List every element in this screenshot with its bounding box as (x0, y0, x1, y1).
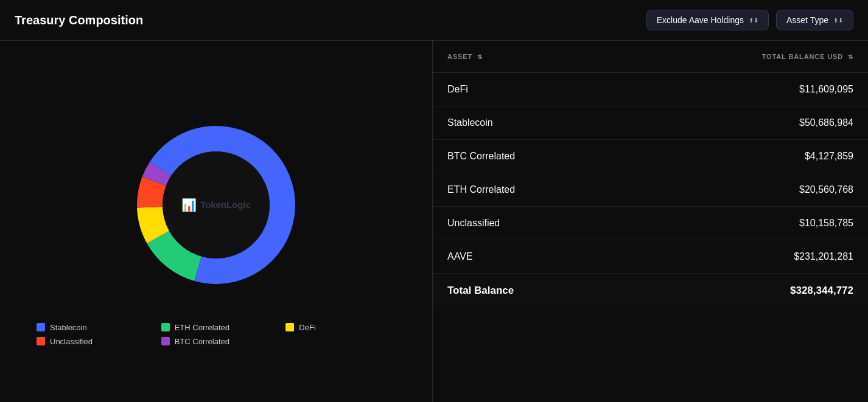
legend-color-btc (161, 337, 170, 345)
page-header: Treasury Composition Exclude Aave Holdin… (0, 0, 868, 41)
chevron-icon-2: ⬆⬇ (833, 17, 843, 24)
cell-balance: $231,201,281 (626, 240, 868, 274)
col-asset-label: ASSET (447, 53, 472, 60)
chart-legend: Stablecoin ETH Correlated DeFi Unclassif… (12, 323, 420, 346)
table-row: Stablecoin $50,686,984 (433, 106, 868, 140)
legend-item-btc: BTC Correlated (161, 337, 271, 346)
header-controls: Exclude Aave Holdings ⬆⬇ Asset Type ⬆⬇ (646, 10, 853, 30)
sort-icon-asset: ⇅ (477, 54, 483, 60)
cell-balance: $50,686,984 (626, 106, 868, 140)
legend-color-stablecoin (37, 323, 45, 331)
legend-item-defi: DeFi (285, 323, 396, 332)
sort-icon-balance: ⇅ (848, 54, 853, 60)
legend-color-defi (285, 323, 294, 331)
table-row: Total Balance $328,344,772 (433, 274, 868, 308)
legend-item-unclassified: Unclassified (37, 337, 147, 346)
table-header-row: ASSET ⇅ TOTAL BALANCE USD ⇅ (433, 41, 868, 73)
col-balance-label: TOTAL BALANCE USD (762, 53, 844, 60)
asset-table: ASSET ⇅ TOTAL BALANCE USD ⇅ DeFi $11,609… (433, 41, 868, 308)
cell-balance: $11,609,095 (626, 73, 868, 106)
table-row: AAVE $231,201,281 (433, 240, 868, 274)
cell-asset: ETH Correlated (433, 173, 626, 207)
svg-point-0 (163, 151, 270, 258)
table-row: DeFi $11,609,095 (433, 73, 868, 106)
main-content: 📊 TokenLogic Stablecoin ETH Correlated D… (0, 41, 868, 402)
table-body: DeFi $11,609,095 Stablecoin $50,686,984 … (433, 73, 868, 308)
legend-label-eth: ETH Correlated (175, 323, 229, 332)
legend-color-eth (161, 323, 170, 331)
legend-item-eth: ETH Correlated (161, 323, 271, 332)
legend-label-stablecoin: Stablecoin (50, 323, 87, 332)
cell-balance: $20,560,768 (626, 173, 868, 207)
legend-label-btc: BTC Correlated (175, 337, 229, 346)
table-row: Unclassified $10,158,785 (433, 207, 868, 240)
cell-asset: Total Balance (433, 274, 626, 308)
legend-label-unclassified: Unclassified (50, 337, 93, 346)
page-title: Treasury Composition (15, 13, 143, 27)
donut-chart: 📊 TokenLogic (113, 102, 320, 308)
table-row: ETH Correlated $20,560,768 (433, 173, 868, 207)
cell-balance: $328,344,772 (626, 274, 868, 308)
col-balance[interactable]: TOTAL BALANCE USD ⇅ (626, 41, 868, 73)
cell-asset: AAVE (433, 240, 626, 274)
chart-section: 📊 TokenLogic Stablecoin ETH Correlated D… (0, 41, 432, 402)
col-asset[interactable]: ASSET ⇅ (433, 41, 626, 73)
legend-label-defi: DeFi (299, 323, 315, 332)
cell-asset: Stablecoin (433, 106, 626, 140)
cell-asset: BTC Correlated (433, 140, 626, 173)
exclude-aave-dropdown[interactable]: Exclude Aave Holdings ⬆⬇ (646, 10, 769, 30)
asset-type-dropdown[interactable]: Asset Type ⬆⬇ (776, 10, 853, 30)
asset-type-label: Asset Type (786, 15, 828, 25)
cell-balance: $4,127,859 (626, 140, 868, 173)
legend-item-stablecoin: Stablecoin (37, 323, 147, 332)
cell-balance: $10,158,785 (626, 207, 868, 240)
donut-svg (113, 102, 320, 308)
chevron-icon: ⬆⬇ (749, 17, 758, 24)
cell-asset: DeFi (433, 73, 626, 106)
cell-asset: Unclassified (433, 207, 626, 240)
exclude-aave-label: Exclude Aave Holdings (657, 15, 744, 25)
table-row: BTC Correlated $4,127,859 (433, 140, 868, 173)
legend-color-unclassified (37, 337, 45, 345)
table-section: ASSET ⇅ TOTAL BALANCE USD ⇅ DeFi $11,609… (432, 41, 868, 402)
